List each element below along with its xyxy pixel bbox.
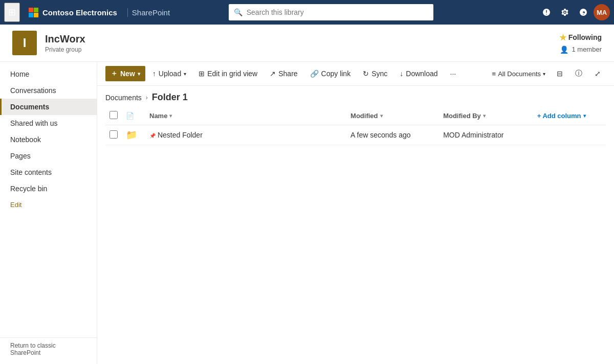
site-header-right: ★ Following 👤 1 member xyxy=(559,33,602,54)
folder-icon: 📁 xyxy=(126,130,137,140)
command-bar-right: ≡ All Documents ▾ ⊟ ⓘ ⤢ xyxy=(488,66,606,81)
member-count: 1 member xyxy=(572,46,602,53)
edit-grid-label: Edit in grid view xyxy=(207,70,257,78)
col-modified-by-label: Modified By xyxy=(443,112,481,120)
feedback-button[interactable] xyxy=(538,5,555,19)
info-icon: ⓘ xyxy=(575,69,582,78)
plus-icon: ＋ xyxy=(111,69,118,78)
star-icon: ★ xyxy=(559,33,566,42)
sidebar-item-site-contents[interactable]: Site contents xyxy=(0,164,97,180)
sync-icon: ↻ xyxy=(363,70,369,78)
view-dropdown-icon: ▾ xyxy=(543,71,545,77)
table-header: 📄 Name ▾ Modified ▾ xyxy=(105,107,606,125)
topbar: ⊞ Contoso Electronics SharePoint 🔍 MA xyxy=(0,0,614,25)
row-add-col-cell xyxy=(533,125,606,145)
waffle-button[interactable]: ⊞ xyxy=(4,3,20,22)
sidebar-item-conversations[interactable]: Conversations xyxy=(0,82,97,99)
site-header-left: I IncWorx Private group xyxy=(12,31,85,55)
col-add-column-header[interactable]: + Add column ▾ xyxy=(533,107,606,125)
new-dropdown-icon: ▾ xyxy=(138,71,140,77)
col-checkbox[interactable] xyxy=(105,107,122,125)
breadcrumb-parent[interactable]: Documents xyxy=(105,94,142,102)
command-bar: ＋ New ▾ ↑ Upload ▾ ⊞ Edit in grid view ↗… xyxy=(97,62,614,86)
expand-button[interactable]: ⤢ xyxy=(589,66,606,81)
sidebar-item-documents[interactable]: Documents xyxy=(0,99,97,115)
sidebar-item-notebook[interactable]: Notebook xyxy=(0,131,97,148)
sync-label: Sync xyxy=(371,70,387,78)
row-modified-value: A few seconds ago xyxy=(350,131,411,139)
row-modified-cell: A few seconds ago xyxy=(346,125,439,145)
row-modified-by-value: MOD Administrator xyxy=(443,131,503,139)
table-row[interactable]: 📁 📌 Nested Folder A few seconds ago MOD … xyxy=(105,125,606,145)
search-bar: 🔍 xyxy=(229,4,433,20)
edit-grid-button[interactable]: ⊞ Edit in grid view xyxy=(193,66,262,81)
modified-by-sort-icon: ▾ xyxy=(483,113,486,119)
download-button[interactable]: ↓ Download xyxy=(394,66,443,81)
sync-button[interactable]: ↻ Sync xyxy=(358,66,392,81)
download-icon: ↓ xyxy=(400,70,403,78)
row-name-cell[interactable]: 📌 Nested Folder xyxy=(145,125,346,145)
product-name: SharePoint xyxy=(127,8,174,17)
sidebar-item-shared[interactable]: Shared with us xyxy=(0,115,97,131)
upload-dropdown-icon: ▾ xyxy=(184,71,186,77)
new-button[interactable]: ＋ New ▾ xyxy=(105,66,145,81)
modified-sort-icon: ▾ xyxy=(380,113,383,119)
view-list-icon: ≡ xyxy=(492,70,496,78)
row-pin-icon: 📌 xyxy=(149,133,156,139)
link-icon: 🔗 xyxy=(310,70,319,78)
ellipsis-icon: ··· xyxy=(450,70,456,78)
upload-button[interactable]: ↑ Upload ▾ xyxy=(147,66,191,81)
filter-button[interactable]: ⊟ xyxy=(552,66,568,81)
site-info: IncWorx Private group xyxy=(45,33,85,53)
row-checkbox-cell[interactable] xyxy=(105,125,122,145)
help-button[interactable] xyxy=(575,5,591,19)
following-label: Following xyxy=(568,33,602,41)
col-modified-by-header[interactable]: Modified By ▾ xyxy=(439,107,533,125)
more-button[interactable]: ··· xyxy=(445,66,462,81)
row-file-type-cell: 📁 xyxy=(122,125,145,145)
col-name-label: Name xyxy=(149,112,167,120)
upload-label: Upload xyxy=(159,70,181,78)
add-column-dropdown-icon: ▾ xyxy=(583,113,586,119)
copy-link-button[interactable]: 🔗 Copy link xyxy=(305,66,356,81)
download-label: Download xyxy=(406,70,437,78)
row-modified-by-cell: MOD Administrator xyxy=(439,125,533,145)
search-input[interactable] xyxy=(247,8,428,16)
add-column-label: + Add column xyxy=(537,112,581,120)
table-body: 📁 📌 Nested Folder A few seconds ago MOD … xyxy=(105,125,606,145)
col-name-header[interactable]: Name ▾ xyxy=(145,107,346,125)
select-all-checkbox[interactable] xyxy=(109,111,118,119)
col-modified-header[interactable]: Modified ▾ xyxy=(346,107,439,125)
row-file-name: Nested Folder xyxy=(158,131,203,139)
sidebar-return-link[interactable]: Return to classic SharePoint xyxy=(0,337,97,360)
copy-link-label: Copy link xyxy=(321,70,351,78)
col-file-type-icon: 📄 xyxy=(122,107,145,125)
site-header: I IncWorx Private group ★ Following 👤 1 … xyxy=(0,25,614,62)
svg-rect-3 xyxy=(34,13,38,17)
brand-icon xyxy=(28,7,38,17)
add-column-button[interactable]: + Add column ▾ xyxy=(537,112,602,120)
sidebar-edit-link[interactable]: Edit xyxy=(0,197,97,213)
settings-button[interactable] xyxy=(557,5,573,19)
sidebar-item-home[interactable]: Home xyxy=(0,66,97,82)
share-button[interactable]: ↗ Share xyxy=(265,66,302,81)
sidebar-item-recycle-bin[interactable]: Recycle bin xyxy=(0,180,97,197)
grid-icon: ⊞ xyxy=(199,70,205,78)
upload-icon: ↑ xyxy=(152,70,156,78)
site-subtitle: Private group xyxy=(45,46,85,53)
brand-logo[interactable]: Contoso Electronics xyxy=(24,7,121,17)
avatar[interactable]: MA xyxy=(594,4,610,20)
sidebar-item-pages[interactable]: Pages xyxy=(0,148,97,164)
search-icon: 🔍 xyxy=(234,8,243,16)
topbar-actions: MA xyxy=(538,4,610,20)
new-label: New xyxy=(120,70,135,78)
breadcrumb-current: Folder 1 xyxy=(152,92,188,103)
member-info: 👤 1 member xyxy=(560,46,602,54)
following-button[interactable]: ★ Following xyxy=(559,33,602,42)
file-type-sort-icon: 📄 xyxy=(126,112,134,120)
view-selector-button[interactable]: ≡ All Documents ▾ xyxy=(488,68,550,80)
brand-name: Contoso Electronics xyxy=(42,8,117,17)
row-checkbox[interactable] xyxy=(109,130,118,139)
info-button[interactable]: ⓘ xyxy=(570,66,587,81)
breadcrumb-chevron: › xyxy=(146,94,148,101)
